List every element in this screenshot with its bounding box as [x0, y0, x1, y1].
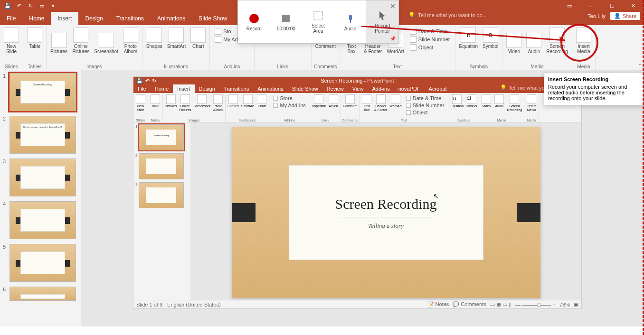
chart-button[interactable]: Chart: [189, 27, 208, 50]
inner-thumb-3[interactable]: [139, 182, 184, 208]
shapes-button[interactable]: Shapes: [144, 27, 164, 50]
save-icon[interactable]: 💾: [136, 78, 143, 84]
inner-tab-insert[interactable]: Insert: [173, 84, 195, 93]
slide-thumb-2[interactable]: How to screen record in PowerPoint?: [9, 116, 76, 154]
collapse-ribbon-icon[interactable]: ⌃: [638, 63, 642, 69]
inner-insert-media-button[interactable]: InsertMedia: [525, 94, 538, 112]
tab-insert[interactable]: Insert: [51, 12, 78, 25]
inner-zoom-value[interactable]: 73%: [559, 302, 570, 307]
tab-design[interactable]: Design: [78, 12, 109, 25]
slide-thumb-1[interactable]: Screen Recording: [9, 73, 76, 111]
save-icon[interactable]: 💾: [4, 2, 11, 10]
inner-object-button[interactable]: Object: [405, 109, 445, 116]
inner-tab-slideshow[interactable]: Slide Show: [288, 84, 322, 93]
inner-date-time-button[interactable]: Date & Time: [405, 95, 445, 102]
symbol-button[interactable]: ΩSymbol: [481, 27, 500, 50]
table-button[interactable]: Table: [25, 27, 44, 50]
slide-title[interactable]: Screen Recording: [335, 196, 436, 212]
user-name[interactable]: Teo Lily: [587, 13, 605, 19]
online-pictures-button[interactable]: OnlinePictures: [70, 27, 91, 55]
inner-hyperlink-button[interactable]: Hyperlink: [311, 94, 327, 109]
object-button[interactable]: Object: [409, 44, 451, 51]
inner-slide-canvas[interactable]: Screen Recording Telling a story: [190, 122, 581, 300]
inner-photo-album-button[interactable]: PhotoAlbum: [212, 94, 224, 112]
tab-file[interactable]: File: [0, 12, 22, 25]
inner-textbox-button[interactable]: TextBox: [360, 94, 373, 117]
undo-icon[interactable]: ↶: [15, 2, 23, 10]
new-slide-button[interactable]: NewSlide: [2, 27, 21, 55]
inner-pictures-button[interactable]: Pictures: [164, 94, 178, 112]
inner-notes-button[interactable]: 📝 Notes: [427, 301, 449, 307]
inner-store-button[interactable]: Store: [272, 95, 306, 102]
inner-tab-novapdf[interactable]: novaPDF: [394, 84, 425, 93]
inner-my-addins-button[interactable]: My Add-ins: [272, 102, 306, 109]
inner-tab-design[interactable]: Design: [195, 84, 219, 93]
insert-media-button[interactable]: InsertMedia: [574, 27, 593, 55]
inner-equation-button[interactable]: πEquation: [449, 94, 464, 109]
date-time-button[interactable]: Date & Time: [409, 28, 451, 35]
photo-album-button[interactable]: PhotoAlbum: [121, 27, 140, 55]
inner-online-pictures-button[interactable]: OnlinePictures: [178, 94, 192, 112]
slide-thumb-3[interactable]: [9, 158, 76, 196]
maximize-button[interactable]: ☐: [601, 0, 623, 12]
start-slideshow-icon[interactable]: ▭: [38, 2, 46, 10]
inner-tab-review[interactable]: Review: [322, 84, 348, 93]
ribbon-options-icon[interactable]: ▭: [559, 0, 580, 12]
inner-video-button[interactable]: Video: [480, 94, 492, 112]
tell-me-search[interactable]: 💡 Tell me what you want to do...: [408, 12, 487, 18]
inner-thumb-2[interactable]: [139, 153, 184, 179]
undo-icon[interactable]: ↶: [145, 78, 150, 84]
share-button[interactable]: 👤 Share: [610, 12, 640, 20]
close-icon[interactable]: ✕: [390, 2, 396, 10]
screenshot-button[interactable]: Screenshot: [92, 27, 120, 55]
slide-thumbnails-panel[interactable]: 1 Screen Recording 2How to screen record…: [0, 70, 81, 326]
close-button[interactable]: ✕: [623, 0, 644, 12]
inner-header-footer-button[interactable]: Header& Footer: [373, 94, 388, 117]
slide-subtitle[interactable]: Telling a story: [368, 222, 404, 230]
inner-tab-file[interactable]: File: [133, 84, 151, 93]
minimize-button[interactable]: —: [580, 0, 601, 12]
audio-toggle-button[interactable]: Audio: [334, 0, 367, 43]
inner-comment-button[interactable]: Comment: [342, 94, 358, 109]
inner-new-slide-button[interactable]: NewSlide: [134, 94, 147, 112]
inner-tab-acrobat[interactable]: Acrobat: [425, 84, 451, 93]
slide-thumb-4[interactable]: [9, 201, 76, 239]
tab-slideshow[interactable]: Slide Show: [192, 12, 234, 25]
inner-view-buttons[interactable]: ▭ ▦ ▭ ▯: [490, 301, 511, 307]
inner-symbol-button[interactable]: ΩSymbol: [465, 94, 478, 109]
inner-screenshot-button[interactable]: Screenshot: [193, 94, 211, 112]
inner-slide-number-button[interactable]: Slide Number: [405, 102, 445, 109]
pictures-button[interactable]: Pictures: [48, 27, 69, 55]
tab-animations[interactable]: Animations: [151, 12, 192, 25]
inner-fit-button[interactable]: ▣: [574, 301, 578, 307]
inner-tab-addins[interactable]: Add-ins: [368, 84, 394, 93]
tab-home[interactable]: Home: [22, 12, 51, 25]
redo-icon[interactable]: ↻: [152, 78, 156, 84]
inner-language[interactable]: English (United States): [167, 302, 221, 307]
inner-thumbnails[interactable]: 1Screen Recording 2 3: [133, 122, 190, 300]
pin-icon[interactable]: 📌: [390, 36, 396, 41]
inner-table-button[interactable]: Table: [149, 94, 161, 109]
inner-tab-home[interactable]: Home: [151, 84, 173, 93]
inner-action-button[interactable]: Action: [327, 94, 340, 109]
redo-icon[interactable]: ↻: [27, 2, 34, 10]
slide-thumb-5[interactable]: [9, 244, 76, 282]
inner-audio-button[interactable]: Audio: [493, 94, 505, 112]
inner-smartart-button[interactable]: SmartArt: [240, 94, 256, 109]
inner-chart-button[interactable]: Chart: [256, 94, 268, 109]
video-button[interactable]: Video: [504, 27, 523, 55]
inner-shapes-button[interactable]: Shapes: [227, 94, 240, 109]
record-button[interactable]: Record: [238, 0, 270, 43]
select-area-button[interactable]: SelectArea: [302, 0, 334, 43]
inner-tab-animations[interactable]: Animations: [253, 84, 287, 93]
inner-tab-view[interactable]: View: [348, 84, 368, 93]
tab-transitions[interactable]: Transitions: [110, 12, 151, 25]
slide-number-button[interactable]: Slide Number: [409, 36, 451, 43]
inner-screen-recording-button[interactable]: ScreenRecording: [506, 94, 523, 112]
inner-wordart-button[interactable]: WordArt: [388, 94, 403, 117]
inner-comments-button[interactable]: 💬 Comments: [453, 301, 486, 307]
inner-zoom-slider[interactable]: — ———□—— +: [515, 302, 556, 307]
qat-dropdown-icon[interactable]: ▾: [49, 2, 57, 10]
inner-thumb-1[interactable]: Screen Recording: [139, 124, 184, 150]
equation-button[interactable]: πEquation: [457, 27, 480, 50]
